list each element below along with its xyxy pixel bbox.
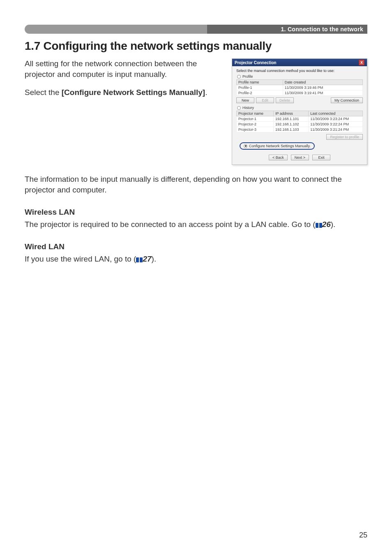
- new-button[interactable]: New: [236, 97, 254, 103]
- table-row[interactable]: Profile-2 11/30/2009 3:19:41 PM: [237, 90, 363, 96]
- history-radio-row[interactable]: History: [237, 106, 363, 110]
- wireless-page-ref: 26: [322, 220, 331, 229]
- proj-name-cell: Projector-1: [237, 116, 274, 122]
- col-profile-name: Profile name: [237, 80, 283, 85]
- profile-name-cell: Profile-2: [237, 90, 283, 96]
- intro-p2-a: Select the: [25, 88, 62, 97]
- projector-connection-dialog: Projector Connection x Select the manual…: [232, 58, 367, 165]
- wired-lan-text: If you use the wired LAN, go to (27).: [25, 254, 367, 264]
- proj-ip-cell: 192.168.1.102: [273, 122, 308, 127]
- edit-button[interactable]: Edit: [256, 97, 274, 103]
- wired-text-b: ).: [152, 255, 157, 263]
- history-table[interactable]: Projector name IP address Last connected…: [236, 111, 363, 132]
- proj-ip-cell: 192.168.1.103: [273, 127, 308, 132]
- table-header-row: Profile name Date created: [237, 80, 363, 85]
- section-title: 1.7 Configuring the network settings man…: [25, 39, 367, 53]
- radio-icon[interactable]: [237, 106, 241, 110]
- radio-icon[interactable]: [237, 75, 241, 79]
- intro-paragraph-2: Select the [Configure Network Settings M…: [25, 87, 224, 98]
- table-header-row: Projector name IP address Last connected: [237, 111, 363, 116]
- wireless-lan-heading: Wireless LAN: [25, 208, 75, 216]
- dialog-titlebar: Projector Connection x: [232, 59, 367, 66]
- my-connection-button[interactable]: My Connection: [331, 97, 363, 103]
- dialog-instruction: Select the manual connection method you …: [236, 69, 363, 73]
- wireless-text-a: The projector is required to be connecte…: [25, 220, 316, 229]
- proj-last-cell: 11/30/2009 3:22:24 PM: [309, 122, 363, 127]
- intro-p2-bold: [Configure Network Settings Manually]: [62, 88, 205, 97]
- proj-last-cell: 11/30/2009 3:23:24 PM: [309, 116, 363, 122]
- proj-ip-cell: 192.168.1.101: [273, 116, 308, 122]
- col-date-created: Date created: [283, 80, 362, 85]
- exit-button[interactable]: Exit: [312, 155, 330, 160]
- proj-name-cell: Projector-3: [237, 127, 274, 132]
- close-icon[interactable]: x: [359, 60, 364, 65]
- col-last-connected: Last connected: [309, 111, 363, 116]
- next-button[interactable]: Next >: [291, 155, 309, 160]
- wireless-lan-text: The projector is required to be connecte…: [25, 219, 367, 230]
- register-to-profile-button[interactable]: Register to profile: [326, 134, 363, 140]
- book-icon: [316, 223, 322, 228]
- wired-page-ref: 27: [143, 255, 151, 263]
- history-section-label: History: [242, 106, 254, 110]
- profile-table[interactable]: Profile name Date created Profile-1 11/3…: [236, 79, 363, 96]
- back-button[interactable]: < Back: [269, 155, 288, 160]
- table-row[interactable]: Projector-3 192.168.1.103 11/30/2009 3:2…: [237, 127, 363, 132]
- table-row[interactable]: Profile-1 11/30/2009 3:19:46 PM: [237, 85, 363, 90]
- table-row[interactable]: Projector-2 192.168.1.102 11/30/2009 3:2…: [237, 122, 363, 127]
- col-projector-name: Projector name: [237, 111, 274, 116]
- book-icon: [136, 257, 143, 262]
- profile-date-cell: 11/30/2009 3:19:41 PM: [283, 90, 362, 96]
- profile-name-cell: Profile-1: [237, 85, 283, 90]
- chapter-header-bar: 1. Connection to the network: [25, 25, 367, 34]
- dialog-title: Projector Connection: [235, 60, 277, 65]
- after-paragraph: The information to be input manually is …: [25, 174, 367, 195]
- proj-last-cell: 11/30/2009 3:21:24 PM: [309, 127, 363, 132]
- profile-radio-row[interactable]: Profile: [237, 74, 363, 79]
- intro-paragraph-1: All setting for the network connection b…: [25, 58, 224, 80]
- radio-icon[interactable]: [244, 144, 247, 148]
- delete-button[interactable]: Delete: [276, 97, 294, 103]
- wired-text-a: If you use the wired LAN, go to (: [25, 255, 136, 263]
- wireless-text-b: ).: [331, 220, 336, 229]
- profile-section-label: Profile: [242, 74, 253, 79]
- proj-name-cell: Projector-2: [237, 122, 274, 127]
- chapter-label: 1. Connection to the network: [281, 25, 363, 34]
- profile-date-cell: 11/30/2009 3:19:46 PM: [283, 85, 362, 90]
- col-ip-address: IP address: [273, 111, 308, 116]
- table-row[interactable]: Projector-1 192.168.1.101 11/30/2009 3:2…: [237, 116, 363, 122]
- wired-lan-heading: Wired LAN: [25, 242, 65, 251]
- intro-p2-c: .: [205, 88, 207, 97]
- configure-manually-radio-row[interactable]: Configure Network Settings Manually.: [240, 142, 315, 150]
- page-number: 25: [359, 531, 367, 540]
- configure-manually-label: Configure Network Settings Manually.: [249, 144, 311, 148]
